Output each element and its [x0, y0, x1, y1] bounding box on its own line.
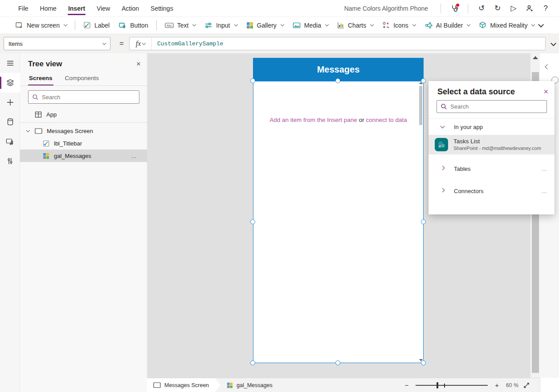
- zoom-slider-handle[interactable]: [437, 382, 438, 388]
- chevron-down-icon: [281, 23, 284, 26]
- divider: [75, 20, 75, 30]
- tree-search-input[interactable]: [42, 94, 135, 101]
- formula-input[interactable]: fx CustomGallerySample: [129, 37, 546, 50]
- tree-item-messages-screen[interactable]: Messages Screen: [20, 125, 147, 137]
- selection-handle[interactable]: [421, 219, 426, 224]
- app-checker-icon[interactable]: [447, 2, 461, 15]
- tab-components[interactable]: Components: [64, 71, 100, 85]
- menu-item-settings[interactable]: Settings: [145, 0, 179, 16]
- formula-bar-expand-button[interactable]: [551, 40, 555, 47]
- selection-handle[interactable]: [250, 78, 255, 83]
- tree-view-title: Tree view: [28, 60, 62, 69]
- share-icon[interactable]: [522, 2, 537, 15]
- tree-view-tabs: Screens Components: [20, 71, 147, 86]
- section-in-your-app[interactable]: In your app: [428, 119, 555, 135]
- status-bar-right: [540, 378, 559, 392]
- gallery-control[interactable]: Add an item from the Insert pane or conn…: [253, 81, 424, 363]
- menu-item-home[interactable]: Home: [34, 0, 62, 16]
- selection-handle[interactable]: [421, 360, 426, 365]
- tree-item-lbl-titlebar[interactable]: lbl_Titlebar: [20, 137, 147, 150]
- gallery-menu-button[interactable]: Gallery: [242, 19, 288, 32]
- icons-menu-button[interactable]: Icons: [378, 19, 420, 32]
- scrollbar-thumb[interactable]: [419, 86, 422, 125]
- insert-plus-icon[interactable]: [0, 93, 20, 112]
- screen-icon: [153, 382, 161, 388]
- media-panel-icon[interactable]: [0, 132, 20, 151]
- data-source-title: Select a data source: [437, 87, 515, 97]
- chevron-down-icon: [531, 23, 535, 26]
- ribbon-expand-button[interactable]: [539, 24, 543, 27]
- gallery-icon: [246, 22, 253, 29]
- collapse-panel-icon[interactable]: [546, 63, 549, 70]
- divider: [20, 122, 147, 123]
- divider: [468, 4, 468, 13]
- selection-handle[interactable]: [250, 360, 255, 365]
- breadcrumb-screen[interactable]: Messages Screen: [147, 378, 220, 392]
- fit-to-window-icon[interactable]: [520, 382, 533, 389]
- more-options-icon[interactable]: …: [131, 153, 137, 159]
- divider: [156, 20, 157, 30]
- menu-item-view[interactable]: View: [91, 0, 116, 16]
- chevron-down-icon: [441, 124, 445, 129]
- data-icon[interactable]: [0, 112, 20, 132]
- screen-title: Messages: [317, 65, 360, 75]
- close-icon[interactable]: ×: [136, 60, 141, 69]
- mixed-reality-icon: [479, 21, 486, 29]
- data-source-search-input[interactable]: [450, 103, 543, 110]
- redo-icon[interactable]: ↻: [490, 2, 505, 15]
- help-icon[interactable]: ?: [539, 2, 553, 15]
- left-rail: [0, 53, 20, 392]
- connect-to-data-link[interactable]: connect to data: [364, 117, 407, 123]
- menu-item-insert[interactable]: Insert: [62, 0, 91, 16]
- phone-screen[interactable]: Messages Add an item from the Insert pan…: [253, 58, 424, 363]
- close-icon[interactable]: ×: [543, 87, 548, 97]
- zoom-in-icon[interactable]: +: [492, 381, 502, 389]
- chevron-down-icon: [325, 23, 329, 26]
- tree-item-app[interactable]: App: [20, 108, 147, 121]
- chevron-down-icon[interactable]: [26, 128, 30, 132]
- data-source-search-box: [437, 100, 547, 113]
- selection-handle[interactable]: [335, 78, 340, 83]
- tree-item-gal-messages[interactable]: gal_Messages …: [20, 150, 147, 162]
- tree-view-icon[interactable]: [0, 73, 20, 93]
- titlebar-control[interactable]: Messages: [253, 58, 424, 81]
- mixed-reality-menu-button[interactable]: Mixed Reality: [474, 19, 539, 32]
- new-screen-button[interactable]: New screen: [11, 19, 71, 32]
- selection-handle[interactable]: [335, 360, 340, 365]
- property-selector[interactable]: Items: [4, 37, 110, 50]
- menu-item-file[interactable]: File: [12, 0, 34, 16]
- chevron-down-icon: [192, 23, 196, 26]
- formula-text[interactable]: CustomGallerySample: [152, 40, 223, 47]
- text-menu-button[interactable]: Abc Text: [160, 19, 200, 32]
- undo-icon[interactable]: ↺: [474, 2, 489, 15]
- media-menu-button[interactable]: Media: [288, 19, 333, 32]
- selection-handle[interactable]: [421, 78, 426, 83]
- zoom-out-icon[interactable]: −: [402, 381, 411, 389]
- search-icon: [441, 103, 447, 110]
- tab-screens[interactable]: Screens: [28, 71, 53, 85]
- more-options-icon[interactable]: …: [541, 166, 547, 172]
- fx-dropdown[interactable]: fx: [130, 37, 152, 50]
- breadcrumb-control[interactable]: gal_Messages: [220, 382, 273, 388]
- section-connectors[interactable]: Connectors …: [428, 183, 555, 199]
- preview-play-icon[interactable]: ▷: [506, 2, 521, 15]
- advanced-tools-icon[interactable]: [0, 151, 20, 171]
- tree-view-header: Tree view ×: [20, 53, 147, 71]
- data-source-item-subtitle: SharePoint - md@matthewdevaney.com: [453, 145, 541, 152]
- more-options-icon[interactable]: …: [541, 188, 547, 194]
- hamburger-menu-icon[interactable]: [0, 53, 20, 73]
- section-tables[interactable]: Tables …: [428, 161, 555, 177]
- ai-builder-menu-button[interactable]: AI Builder: [420, 19, 475, 32]
- chevron-down-icon: [467, 23, 470, 26]
- selection-handle[interactable]: [250, 219, 255, 224]
- formula-bar: Items = fx CustomGallerySample: [0, 34, 559, 53]
- zoom-slider[interactable]: [416, 382, 488, 388]
- scroll-up-icon[interactable]: [533, 56, 538, 59]
- charts-menu-button[interactable]: Charts: [333, 19, 378, 32]
- button-button[interactable]: Button: [114, 19, 152, 32]
- data-source-item-tasks-list[interactable]: Tasks List SharePoint - md@matthewdevane…: [428, 135, 555, 154]
- app-title: Name Colors Algorithm Phone: [344, 5, 428, 12]
- input-menu-button[interactable]: Input: [200, 19, 241, 32]
- menu-item-action[interactable]: Action: [116, 0, 145, 16]
- label-button[interactable]: Label: [79, 19, 114, 32]
